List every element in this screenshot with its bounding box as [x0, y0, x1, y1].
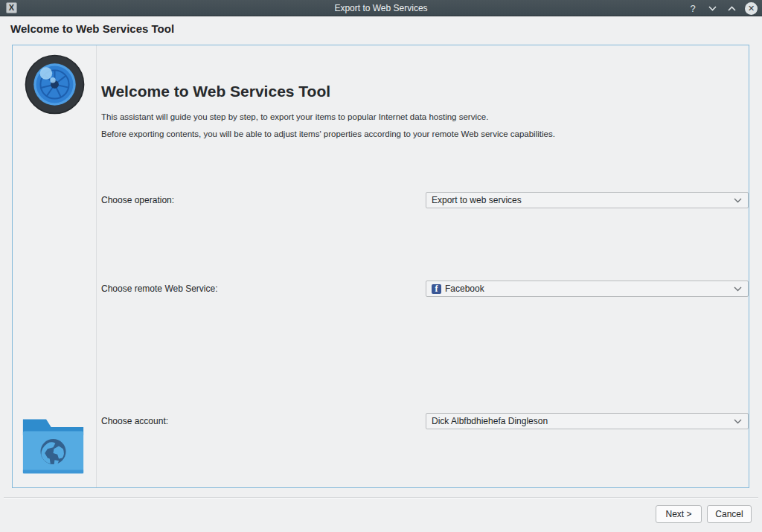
- operation-select-value: Export to web services: [432, 195, 522, 205]
- remote-folder-icon: [19, 414, 87, 477]
- account-select[interactable]: Dick Albfbdhiehefa Dingleson: [426, 413, 749, 429]
- digikam-lens-logo-icon: [24, 54, 86, 115]
- page-title: Welcome to Web Services Tool: [10, 22, 174, 35]
- choose-operation-label: Choose operation:: [101, 195, 174, 205]
- operation-select[interactable]: Export to web services: [426, 192, 749, 208]
- close-button[interactable]: ✕: [745, 2, 758, 15]
- help-button[interactable]: ?: [687, 2, 699, 14]
- wizard-panel: Welcome to Web Services Tool This assist…: [12, 45, 749, 488]
- window-icon: X: [6, 2, 17, 13]
- web-service-select-value: Facebook: [445, 283, 484, 294]
- wizard-description-line2: Before exporting contents, you will be a…: [101, 129, 555, 138]
- choose-account-label: Choose account:: [101, 416, 168, 426]
- chevron-down-icon: [734, 198, 742, 203]
- wizard-sidebar: [13, 45, 97, 487]
- chevron-down-icon: [734, 419, 742, 424]
- footer-separator: [4, 497, 758, 499]
- wizard-page-title: Welcome to Web Services Tool: [101, 83, 330, 100]
- web-service-select[interactable]: f Facebook: [426, 281, 749, 297]
- window-controls: ? ✕: [687, 0, 758, 16]
- choose-web-service-label: Choose remote Web Service:: [101, 283, 218, 294]
- wizard-description-line1: This assistant will guide you step by st…: [101, 112, 488, 121]
- window-title: Export to Web Services: [0, 3, 762, 13]
- chevron-up-icon[interactable]: [726, 2, 737, 14]
- next-button[interactable]: Next >: [656, 505, 702, 523]
- cancel-button[interactable]: Cancel: [707, 505, 752, 523]
- account-select-value: Dick Albfbdhiehefa Dingleson: [432, 416, 548, 426]
- chevron-down-icon[interactable]: [706, 2, 718, 14]
- wizard-content: Welcome to Web Services Tool This assist…: [97, 45, 749, 487]
- chevron-down-icon: [734, 286, 742, 292]
- export-web-services-window: { "window": { "title": "Export to Web Se…: [0, 0, 762, 532]
- facebook-icon: f: [432, 284, 441, 294]
- titlebar[interactable]: X Export to Web Services ? ✕: [0, 0, 762, 16]
